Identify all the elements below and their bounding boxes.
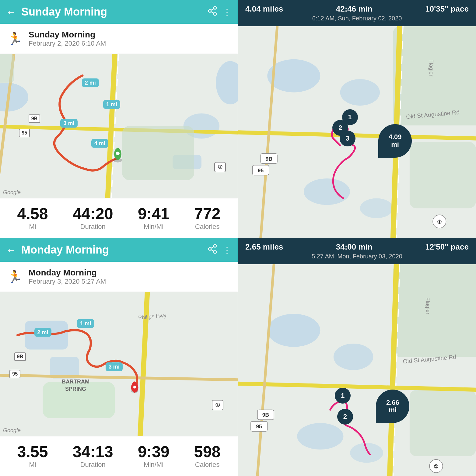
svg-text:95: 95: [258, 167, 264, 173]
stat-duration-label: Duration: [73, 223, 113, 231]
top-left-header: ← Sunday Morning ⋮: [0, 0, 238, 24]
mile-marker-bl-2: 2 mi: [34, 328, 51, 337]
svg-rect-42: [410, 390, 476, 456]
svg-text:9B: 9B: [262, 412, 269, 418]
bottom-right-header: 2.65 miles 34:00 min 12'50" pace 5:27 AM…: [238, 238, 476, 264]
svg-line-32: [211, 250, 214, 251]
highway-badge-1: ①: [214, 162, 226, 172]
br-duration: 34:00 min: [336, 242, 373, 252]
run-info: 🏃 Sunday Morning February 2, 2020 6:10 A…: [0, 24, 238, 54]
mile-marker-2: 2 mi: [82, 78, 99, 87]
svg-point-45: [297, 423, 343, 450]
stat-calories-2: 598 Calories: [194, 444, 221, 469]
br-distance: 2.65 miles: [245, 242, 283, 252]
share-button[interactable]: [207, 6, 218, 18]
stat-duration-value: 44:20: [73, 206, 113, 222]
stat-distance-2: 3.55 Mi: [17, 444, 48, 469]
run-icon-2: 🏃: [7, 270, 23, 284]
svg-rect-41: [393, 264, 476, 357]
back-button[interactable]: ←: [6, 6, 16, 18]
svg-line-3: [211, 12, 214, 13]
svg-point-46: [350, 443, 383, 463]
highway-badge-95: 95: [19, 129, 30, 137]
svg-rect-16: [410, 142, 476, 208]
stat-pace-label: Min/Mi: [138, 223, 170, 231]
run-info-2: 🏃 Monday Morning February 3, 2020 5:27 A…: [0, 262, 238, 292]
pin-br-1: 1: [335, 388, 351, 404]
svg-point-31: [214, 250, 216, 253]
stat-distance: 4.58 Mi: [17, 206, 48, 231]
big-pin-br: 2.66 mi: [376, 390, 409, 423]
pin-br-2: 2: [337, 409, 353, 425]
share-button-2[interactable]: [207, 244, 218, 256]
run-icon: 🏃: [7, 32, 23, 46]
svg-rect-10: [122, 126, 194, 180]
more-button-2[interactable]: ⋮: [222, 245, 232, 255]
more-button[interactable]: ⋮: [222, 7, 232, 17]
stat-pace-value: 9:41: [138, 206, 170, 222]
highway-badge-bl-95: 95: [9, 370, 20, 378]
run-name: Sunday Morning: [29, 30, 106, 40]
br-datetime: 5:27 AM, Mon, February 03, 2020: [245, 253, 469, 260]
app-title-2: Monday Morning: [21, 243, 202, 256]
svg-point-30: [208, 247, 211, 250]
svg-point-19: [304, 178, 350, 205]
svg-point-0: [214, 6, 216, 9]
svg-text:95: 95: [256, 423, 262, 429]
svg-text:①: ①: [437, 219, 442, 225]
svg-point-13: [116, 152, 120, 155]
stat-pace-2: 9:39 Min/Mi: [138, 444, 170, 469]
stat-duration-2: 34:13 Duration: [73, 444, 113, 469]
big-pin: 4.09 mi: [378, 124, 412, 158]
stat-distance-value: 4.58: [17, 206, 48, 222]
stat-pace-value-2: 9:39: [138, 444, 170, 460]
top-right-panel: 4.04 miles 42:46 min 10'35" pace 6:12 AM…: [238, 0, 476, 238]
svg-point-20: [360, 198, 393, 218]
stat-distance-label: Mi: [17, 223, 48, 231]
run-date-2: February 3, 2020 5:27 AM: [29, 278, 106, 285]
pin-1: 1: [342, 109, 358, 125]
svg-text:Flagler: Flagler: [425, 297, 431, 314]
google-logo-2: Google: [3, 427, 21, 434]
back-button-2[interactable]: ←: [6, 244, 16, 256]
mile-marker-1: 1 mi: [103, 100, 120, 109]
stat-calories-label: Calories: [194, 223, 221, 231]
bottom-left-stats: 3.55 Mi 34:13 Duration 9:39 Min/Mi 598 C…: [0, 436, 238, 476]
stat-duration-value-2: 34:13: [73, 444, 113, 460]
app-title: Sunday Morning: [21, 5, 202, 18]
svg-point-1: [208, 9, 211, 12]
mile-marker-bl-3: 3 mi: [106, 362, 123, 371]
svg-line-33: [211, 247, 214, 248]
highway-badge-bl-1: ①: [212, 400, 223, 410]
mile-marker-3: 3 mi: [60, 119, 77, 128]
run-date: February 2, 2020 6:10 AM: [29, 40, 106, 47]
google-logo: Google: [3, 189, 21, 196]
bottom-right-map: 9B 95 ① Old St Augustine Rd Flagler 1 2 …: [238, 264, 476, 476]
svg-text:①: ①: [434, 464, 438, 470]
stat-pace: 9:41 Min/Mi: [138, 206, 170, 231]
svg-point-29: [214, 244, 216, 247]
svg-point-44: [334, 344, 373, 370]
stat-calories-value-2: 598: [194, 444, 221, 460]
svg-line-4: [211, 9, 214, 10]
tr-duration: 42:46 min: [336, 4, 373, 14]
stat-calories-label-2: Calories: [194, 461, 221, 469]
highway-badge-bl-9b: 9B: [14, 352, 26, 361]
stat-calories: 772 Calories: [194, 206, 221, 231]
top-left-panel: ← Sunday Morning ⋮ 🏃 Sunday Morning Febr…: [0, 0, 238, 238]
bottom-right-panel: 2.65 miles 34:00 min 12'50" pace 5:27 AM…: [238, 238, 476, 476]
stat-duration: 44:20 Duration: [73, 206, 113, 231]
area-label: BARTRAMSPRING: [62, 378, 89, 393]
svg-point-18: [340, 79, 380, 106]
tr-distance: 4.04 miles: [245, 4, 283, 14]
stat-pace-label-2: Min/Mi: [138, 461, 170, 469]
svg-rect-11: [0, 54, 14, 83]
top-left-stats: 4.58 Mi 44:20 Duration 9:41 Min/Mi 772 C…: [0, 198, 238, 238]
bottom-left-panel: ← Monday Morning ⋮ 🏃 Monday Morning Febr…: [0, 238, 238, 476]
stat-duration-label-2: Duration: [73, 461, 113, 469]
mile-marker-bl-1: 1 mi: [77, 319, 94, 328]
pin-3: 3: [340, 131, 355, 146]
stat-calories-value: 772: [194, 206, 221, 222]
svg-text:9B: 9B: [266, 156, 272, 162]
svg-point-43: [267, 314, 320, 347]
